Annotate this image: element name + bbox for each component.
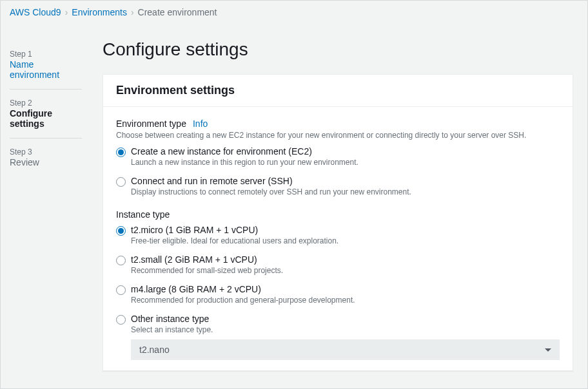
instance-other-option[interactable]: Other instance type Select an instance t… — [116, 314, 560, 334]
chevron-right-icon: › — [65, 7, 68, 17]
step-title: Configure settings — [10, 108, 82, 129]
radio-description: Free-tier eligible. Ideal for educationa… — [131, 236, 560, 245]
radio-icon[interactable] — [116, 315, 126, 325]
radio-description: Select an instance type. — [131, 325, 560, 334]
step-title[interactable]: Name environment — [10, 59, 82, 80]
panel-header: Environment settings — [116, 84, 560, 97]
radio-title: Connect and run in remote server (SSH) — [131, 176, 560, 186]
chevron-right-icon: › — [131, 7, 134, 17]
radio-icon[interactable] — [116, 226, 126, 236]
environment-type-field: Environment type Info Choose between cre… — [116, 119, 560, 196]
other-instance-type-select[interactable]: t2.nano — [131, 339, 560, 360]
wizard-step-3: Step 3 Review — [10, 144, 82, 176]
breadcrumb-current: Create environment — [138, 7, 217, 17]
select-value: t2.nano — [139, 345, 170, 355]
env-type-ec2-option[interactable]: Create a new instance for environment (E… — [116, 146, 560, 167]
radio-title: t2.small (2 GiB RAM + 1 vCPU) — [131, 254, 560, 265]
wizard-step-2: Step 2 Configure settings — [10, 95, 82, 138]
radio-icon[interactable] — [116, 177, 126, 187]
radio-description: Recommended for small-sized web projects… — [131, 266, 560, 275]
caret-down-icon — [545, 348, 551, 352]
wizard-step-1[interactable]: Step 1 Name environment — [10, 46, 82, 90]
radio-title: t2.micro (1 GiB RAM + 1 vCPU) — [131, 225, 560, 235]
radio-title: m4.large (8 GiB RAM + 2 vCPU) — [131, 284, 560, 294]
radio-description: Recommended for production and general-p… — [131, 296, 560, 305]
step-number: Step 1 — [10, 50, 82, 59]
field-label: Environment type — [116, 119, 186, 129]
step-number: Step 2 — [10, 99, 82, 108]
instance-t2-micro-option[interactable]: t2.micro (1 GiB RAM + 1 vCPU) Free-tier … — [116, 225, 560, 245]
field-label: Instance type — [116, 209, 170, 220]
env-type-ssh-option[interactable]: Connect and run in remote server (SSH) D… — [116, 176, 560, 196]
page-title: Configure settings — [103, 39, 573, 60]
environment-settings-panel: Environment settings Environment type In… — [103, 74, 573, 371]
radio-title: Create a new instance for environment (E… — [131, 146, 560, 157]
instance-m4-large-option[interactable]: m4.large (8 GiB RAM + 2 vCPU) Recommende… — [116, 284, 560, 305]
breadcrumb-root[interactable]: AWS Cloud9 — [10, 7, 61, 17]
radio-title: Other instance type — [131, 314, 560, 324]
radio-icon[interactable] — [116, 147, 126, 157]
breadcrumb: AWS Cloud9 › Environments › Create envir… — [1, 1, 587, 24]
radio-icon[interactable] — [116, 285, 126, 295]
radio-description: Launch a new instance in this region to … — [131, 158, 560, 167]
instance-type-field: Instance type t2.micro (1 GiB RAM + 1 vC… — [116, 209, 560, 360]
info-link[interactable]: Info — [193, 119, 208, 129]
instance-t2-small-option[interactable]: t2.small (2 GiB RAM + 1 vCPU) Recommende… — [116, 254, 560, 275]
field-description: Choose between creating a new EC2 instan… — [116, 131, 560, 140]
breadcrumb-environments[interactable]: Environments — [72, 7, 127, 17]
step-number: Step 3 — [10, 147, 82, 157]
wizard-steps: Step 1 Name environment Step 2 Configure… — [1, 24, 91, 371]
radio-icon[interactable] — [116, 256, 126, 265]
radio-description: Display instructions to connect remotely… — [131, 187, 560, 196]
step-title: Review — [10, 157, 82, 167]
